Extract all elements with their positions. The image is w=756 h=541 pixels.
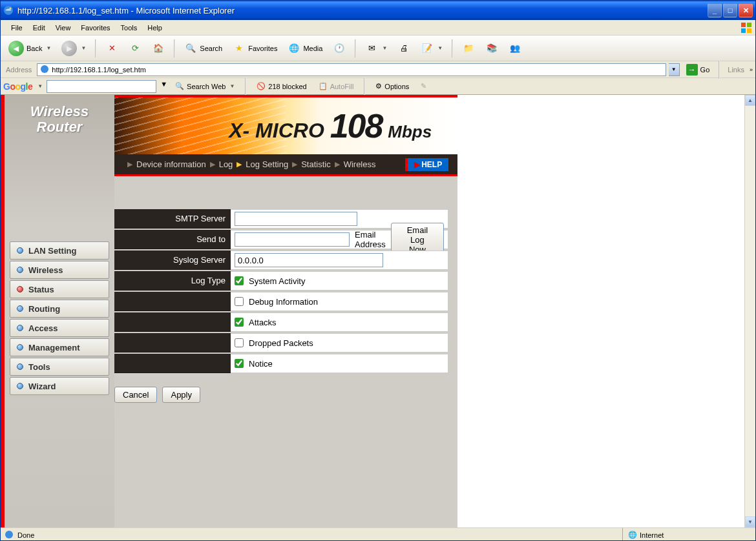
search-button[interactable]: 🔍Search [180,40,226,57]
arrow-icon: ▶ [236,160,242,168]
apply-button[interactable]: Apply [162,387,200,403]
cb-attacks[interactable] [235,318,244,327]
row-logtype-1: Debug Information [114,291,448,312]
google-logo[interactable]: Google [3,81,32,92]
forward-button[interactable]: ► ▼ [58,39,90,58]
stop-button[interactable]: ✕ [101,40,122,57]
smtp-input[interactable] [235,212,357,226]
maximize-button[interactable]: □ [723,3,737,17]
subnav-device-info[interactable]: Device information [136,159,206,169]
subnav-statistic[interactable]: Statistic [301,159,331,169]
research-button[interactable]: 📚 [481,40,502,57]
back-button[interactable]: ◄ Back ▼ [5,39,55,58]
scroll-up-button[interactable]: ▲ [745,95,755,106]
bullet-icon [17,305,23,312]
banner-prefix: X- MICRO [229,119,324,142]
address-input[interactable]: http://192.168.1.1/log_set.htm [37,63,666,76]
page-icon [40,65,49,75]
cancel-button[interactable]: Cancel [114,387,157,403]
autofill-label: AutoFill [330,83,354,90]
ie-icon [3,5,14,15]
nav-tools[interactable]: Tools [10,358,109,376]
nav-access[interactable]: Access [10,319,109,337]
page-icon [5,530,14,540]
highlight-button[interactable]: ✎ [417,81,430,92]
options-button[interactable]: ⚙Options [372,81,413,92]
links-chevron-icon[interactable]: » [750,66,753,73]
print-button[interactable]: 🖨 [394,40,414,57]
menu-view[interactable]: View [50,22,76,34]
go-button[interactable]: → Go [682,63,714,77]
messenger-button[interactable]: 👥 [505,40,525,57]
form-area: SMTP Server Send to Email Address Email … [114,176,457,416]
subnav-log-setting[interactable]: Log Setting [246,159,288,169]
main-area: X- MICRO 108 Mbps ▶Device information ▶L… [114,95,457,527]
status-done: Done [17,531,34,539]
edit-button[interactable]: 📝▼ [417,40,446,57]
stop-icon: ✕ [105,42,118,55]
research-icon: 📚 [485,42,498,55]
folder-button[interactable]: 📁 [458,40,479,57]
menu-tools[interactable]: Tools [116,22,143,34]
nav-routing[interactable]: Routing [10,300,109,318]
close-button[interactable]: ✕ [739,3,753,17]
minimize-button[interactable]: _ [708,3,722,17]
cb-system-activity[interactable] [235,276,244,285]
cb-notice[interactable] [235,359,244,368]
blocked-button[interactable]: 🚫218 blocked [253,81,310,92]
subnav-wireless[interactable]: Wireless [344,159,376,169]
nav-wireless[interactable]: Wireless [10,261,109,279]
home-icon: 🏠 [152,42,165,55]
menu-file[interactable]: File [6,22,28,34]
bullet-icon [17,383,23,389]
logo-line1: Wireless [5,104,114,119]
google-search-input[interactable] [47,80,156,93]
menu-favorites[interactable]: Favorites [76,22,115,34]
go-label: Go [700,66,710,74]
address-dropdown[interactable]: ▼ [669,63,680,76]
dropdown-icon[interactable]: ▼ [37,83,43,89]
menu-help[interactable]: Help [142,22,167,34]
svg-rect-2 [741,23,746,27]
menu-edit[interactable]: Edit [28,22,50,34]
sendto-input[interactable] [235,232,350,247]
cb-label: Attacks [249,318,277,327]
syslog-label: Syslog Server [114,250,231,270]
forward-arrow-icon: ► [61,41,77,56]
empty-label [114,333,231,352]
window-title: http://192.168.1.1/log_set.htm - Microso… [17,6,708,15]
history-button[interactable]: 🕐 [329,40,350,57]
scroll-down-button[interactable]: ▼ [745,516,755,527]
blocked-label: 218 blocked [268,83,306,90]
vertical-scrollbar[interactable]: ▲ ▼ [744,95,755,527]
media-button[interactable]: 🌐Media [284,40,326,57]
autofill-button[interactable]: 📋AutoFill [315,81,358,92]
help-button[interactable]: ▶HELP [405,158,448,171]
nav-management[interactable]: Management [10,338,109,356]
smtp-label: SMTP Server [114,209,231,229]
cb-debug-info[interactable] [235,297,244,306]
nav-status[interactable]: Status [10,280,109,298]
home-button[interactable]: 🏠 [148,40,169,57]
mail-button[interactable]: ✉▼ [361,40,391,57]
scroll-track[interactable] [745,106,755,516]
syslog-input[interactable] [235,253,383,267]
nav-lan-setting[interactable]: LAN Setting [10,241,109,260]
nav-label: Wireless [28,265,63,275]
svg-rect-5 [747,28,751,33]
links-label[interactable]: Links [725,66,747,74]
cb-dropped-packets[interactable] [235,338,244,347]
search-label: Search [200,45,222,52]
nav-wizard[interactable]: Wizard [10,377,109,395]
options-icon: ⚙ [375,82,382,90]
refresh-button[interactable]: ⟳ [125,40,145,57]
favorites-label: Favorites [248,45,277,52]
favorites-button[interactable]: ★Favorites [229,40,281,57]
google-search-dropdown[interactable]: ▼ [160,80,167,93]
empty-label [114,354,231,373]
dropdown-icon: ▼ [46,45,51,51]
window-titlebar: http://192.168.1.1/log_set.htm - Microso… [1,1,755,20]
subnav-log[interactable]: Log [219,159,233,169]
address-url: http://192.168.1.1/log_set.htm [52,66,146,74]
search-web-button[interactable]: 🔍Search Web▼ [171,81,238,92]
